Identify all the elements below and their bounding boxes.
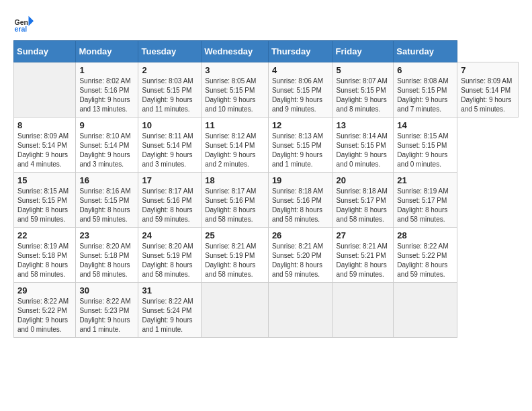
day-number: 1 <box>79 65 134 75</box>
calendar-cell: 2Sunrise: 8:03 AMSunset: 5:15 PMDaylight… <box>138 62 202 118</box>
day-info: Sunrise: 8:06 AMSunset: 5:15 PMDaylight:… <box>272 77 329 114</box>
calendar-cell: 19Sunrise: 8:18 AMSunset: 5:16 PMDayligh… <box>268 173 332 228</box>
day-number: 4 <box>272 65 329 75</box>
calendar-cell: 8Sunrise: 8:09 AMSunset: 5:14 PMDaylight… <box>14 118 76 173</box>
day-info: Sunrise: 8:22 AMSunset: 5:22 PMDaylight:… <box>397 242 453 279</box>
day-info: Sunrise: 8:22 AMSunset: 5:24 PMDaylight:… <box>142 297 197 334</box>
day-number: 2 <box>142 65 197 75</box>
logo: Gen eral <box>13 13 36 34</box>
calendar-cell: 11Sunrise: 8:12 AMSunset: 5:14 PMDayligh… <box>202 118 269 173</box>
day-info: Sunrise: 8:16 AMSunset: 5:15 PMDaylight:… <box>79 187 134 224</box>
calendar-week-row: 8Sunrise: 8:09 AMSunset: 5:14 PMDaylight… <box>14 118 519 173</box>
day-info: Sunrise: 8:15 AMSunset: 5:15 PMDaylight:… <box>397 132 453 169</box>
day-number: 15 <box>17 175 72 185</box>
day-info: Sunrise: 8:10 AMSunset: 5:14 PMDaylight:… <box>79 132 134 169</box>
day-info: Sunrise: 8:22 AMSunset: 5:23 PMDaylight:… <box>79 297 134 334</box>
day-info: Sunrise: 8:02 AMSunset: 5:16 PMDaylight:… <box>79 77 134 114</box>
day-number: 7 <box>461 65 515 75</box>
calendar-cell: 26Sunrise: 8:21 AMSunset: 5:20 PMDayligh… <box>268 228 332 283</box>
svg-text:eral: eral <box>15 25 28 33</box>
calendar-cell: 30Sunrise: 8:22 AMSunset: 5:23 PMDayligh… <box>76 283 138 338</box>
day-info: Sunrise: 8:14 AMSunset: 5:15 PMDaylight:… <box>337 132 390 169</box>
day-info: Sunrise: 8:18 AMSunset: 5:17 PMDaylight:… <box>337 187 390 224</box>
calendar-cell: 7Sunrise: 8:09 AMSunset: 5:14 PMDaylight… <box>457 62 519 118</box>
day-number: 9 <box>79 120 134 130</box>
calendar-cell: 6Sunrise: 8:08 AMSunset: 5:15 PMDaylight… <box>394 62 457 118</box>
calendar-week-row: 15Sunrise: 8:15 AMSunset: 5:15 PMDayligh… <box>14 173 519 228</box>
day-info: Sunrise: 8:08 AMSunset: 5:15 PMDaylight:… <box>397 77 453 114</box>
day-number: 10 <box>142 120 197 130</box>
calendar-cell <box>332 283 394 338</box>
calendar-cell <box>394 283 457 338</box>
page-header: Gen eral <box>13 13 519 34</box>
calendar-cell: 28Sunrise: 8:22 AMSunset: 5:22 PMDayligh… <box>394 228 457 283</box>
day-number: 30 <box>79 285 134 295</box>
day-number: 27 <box>337 230 390 240</box>
day-of-week-header: Saturday <box>394 41 457 62</box>
day-info: Sunrise: 8:09 AMSunset: 5:14 PMDaylight:… <box>17 132 72 169</box>
day-number: 26 <box>272 230 329 240</box>
logo-icon: Gen eral <box>13 13 34 34</box>
calendar-cell: 15Sunrise: 8:15 AMSunset: 5:15 PMDayligh… <box>14 173 76 228</box>
day-number: 23 <box>79 230 134 240</box>
day-number: 11 <box>205 120 265 130</box>
calendar-cell: 10Sunrise: 8:11 AMSunset: 5:14 PMDayligh… <box>138 118 202 173</box>
calendar-cell: 14Sunrise: 8:15 AMSunset: 5:15 PMDayligh… <box>394 118 457 173</box>
day-info: Sunrise: 8:17 AMSunset: 5:16 PMDaylight:… <box>205 187 265 224</box>
calendar-cell: 22Sunrise: 8:19 AMSunset: 5:18 PMDayligh… <box>14 228 76 283</box>
calendar-cell: 3Sunrise: 8:05 AMSunset: 5:15 PMDaylight… <box>202 62 269 118</box>
calendar-cell <box>268 283 332 338</box>
day-info: Sunrise: 8:15 AMSunset: 5:15 PMDaylight:… <box>17 187 72 224</box>
day-number: 24 <box>142 230 197 240</box>
day-number: 19 <box>272 175 329 185</box>
calendar-cell: 21Sunrise: 8:19 AMSunset: 5:17 PMDayligh… <box>394 173 457 228</box>
calendar-cell: 5Sunrise: 8:07 AMSunset: 5:15 PMDaylight… <box>332 62 394 118</box>
calendar-cell: 23Sunrise: 8:20 AMSunset: 5:18 PMDayligh… <box>76 228 138 283</box>
calendar-week-row: 29Sunrise: 8:22 AMSunset: 5:22 PMDayligh… <box>14 283 519 338</box>
day-number: 8 <box>17 120 72 130</box>
day-info: Sunrise: 8:07 AMSunset: 5:15 PMDaylight:… <box>337 77 390 114</box>
day-number: 17 <box>142 175 197 185</box>
day-number: 25 <box>205 230 265 240</box>
calendar-cell: 18Sunrise: 8:17 AMSunset: 5:16 PMDayligh… <box>202 173 269 228</box>
calendar-cell: 9Sunrise: 8:10 AMSunset: 5:14 PMDaylight… <box>76 118 138 173</box>
day-info: Sunrise: 8:17 AMSunset: 5:16 PMDaylight:… <box>142 187 197 224</box>
calendar-cell <box>202 283 269 338</box>
day-of-week-header: Tuesday <box>138 41 202 62</box>
calendar-cell: 24Sunrise: 8:20 AMSunset: 5:19 PMDayligh… <box>138 228 202 283</box>
day-info: Sunrise: 8:20 AMSunset: 5:19 PMDaylight:… <box>142 242 197 279</box>
calendar-body: 1Sunrise: 8:02 AMSunset: 5:16 PMDaylight… <box>14 62 519 338</box>
calendar-cell: 16Sunrise: 8:16 AMSunset: 5:15 PMDayligh… <box>76 173 138 228</box>
day-info: Sunrise: 8:20 AMSunset: 5:18 PMDaylight:… <box>79 242 134 279</box>
day-number: 14 <box>397 120 453 130</box>
day-info: Sunrise: 8:19 AMSunset: 5:18 PMDaylight:… <box>17 242 72 279</box>
calendar-cell: 17Sunrise: 8:17 AMSunset: 5:16 PMDayligh… <box>138 173 202 228</box>
day-info: Sunrise: 8:09 AMSunset: 5:14 PMDaylight:… <box>461 77 515 114</box>
day-of-week-header: Sunday <box>14 41 76 62</box>
day-number: 20 <box>337 175 390 185</box>
day-number: 3 <box>205 65 265 75</box>
header-row: SundayMondayTuesdayWednesdayThursdayFrid… <box>14 41 519 62</box>
day-info: Sunrise: 8:21 AMSunset: 5:20 PMDaylight:… <box>272 242 329 279</box>
calendar-header: SundayMondayTuesdayWednesdayThursdayFrid… <box>14 41 519 62</box>
day-number: 21 <box>397 175 453 185</box>
day-of-week-header: Thursday <box>268 41 332 62</box>
day-number: 31 <box>142 285 197 295</box>
day-info: Sunrise: 8:21 AMSunset: 5:19 PMDaylight:… <box>205 242 265 279</box>
day-info: Sunrise: 8:11 AMSunset: 5:14 PMDaylight:… <box>142 132 197 169</box>
day-info: Sunrise: 8:03 AMSunset: 5:15 PMDaylight:… <box>142 77 197 114</box>
day-number: 13 <box>337 120 390 130</box>
day-info: Sunrise: 8:18 AMSunset: 5:16 PMDaylight:… <box>272 187 329 224</box>
svg-marker-2 <box>29 16 34 26</box>
day-number: 29 <box>17 285 72 295</box>
calendar-cell: 31Sunrise: 8:22 AMSunset: 5:24 PMDayligh… <box>138 283 202 338</box>
calendar-table: SundayMondayTuesdayWednesdayThursdayFrid… <box>13 40 519 338</box>
calendar-cell: 29Sunrise: 8:22 AMSunset: 5:22 PMDayligh… <box>14 283 76 338</box>
day-number: 22 <box>17 230 72 240</box>
day-number: 18 <box>205 175 265 185</box>
day-info: Sunrise: 8:13 AMSunset: 5:15 PMDaylight:… <box>272 132 329 169</box>
day-of-week-header: Wednesday <box>202 41 269 62</box>
calendar-week-row: 22Sunrise: 8:19 AMSunset: 5:18 PMDayligh… <box>14 228 519 283</box>
day-number: 5 <box>337 65 390 75</box>
calendar-cell <box>14 62 76 118</box>
